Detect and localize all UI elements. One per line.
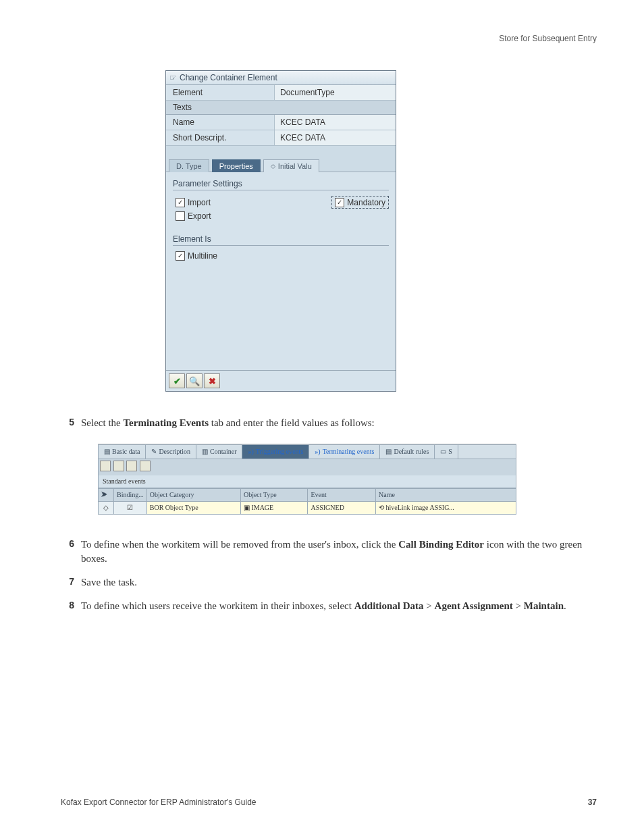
window-icon: ☞ xyxy=(169,73,177,82)
parameter-settings-group: Parameter Settings xyxy=(173,179,389,190)
edit-icon: ✎ xyxy=(151,447,157,457)
element-label: Element xyxy=(166,85,274,100)
col-object-category: Object Category xyxy=(146,489,240,502)
col-activate: ⮞ xyxy=(99,489,114,502)
event-icon: ») xyxy=(315,447,320,457)
tab-basic-data[interactable]: ▤Basic data xyxy=(99,445,146,459)
rules-icon: ▤ xyxy=(385,447,392,457)
dialog-tabstrip: D. Type Properties ◇ Initial Valu xyxy=(166,146,396,172)
task-tabstrip: ▤Basic data ✎Description ▥Container »)Tr… xyxy=(98,444,516,459)
step-text: > xyxy=(513,600,524,611)
instruction-steps: 5 Select the Terminating Events tab and … xyxy=(61,416,597,613)
step-text: . xyxy=(564,600,566,611)
mandatory-checkbox[interactable]: ✓Mandatory xyxy=(335,198,385,207)
tab-dtype[interactable]: D. Type xyxy=(169,159,209,172)
toolbar-button[interactable] xyxy=(113,461,124,471)
cell-object-category[interactable]: BOR Object Type xyxy=(146,502,240,515)
doc-icon: ▣ xyxy=(244,504,250,511)
toolbar-button[interactable] xyxy=(126,461,137,471)
cancel-button[interactable]: ✖ xyxy=(204,373,220,388)
texts-group-label: Texts xyxy=(166,101,396,115)
tab-properties[interactable]: Properties xyxy=(212,159,261,172)
event-icon: ») xyxy=(248,447,253,457)
step-bold: Agent Assignment xyxy=(435,600,513,611)
short-descript-value[interactable]: KCEC DATA xyxy=(274,130,396,145)
step-8: 8 To define which users receive the work… xyxy=(61,599,597,613)
step-text: To define which users receive the workit… xyxy=(81,600,354,611)
multiline-checkbox[interactable]: ✓Multiline xyxy=(176,251,217,261)
import-label: Import xyxy=(188,198,211,207)
element-value: DocumentType xyxy=(274,85,396,100)
search-button[interactable]: 🔍 xyxy=(186,373,203,388)
name-value[interactable]: KCEC DATA xyxy=(274,115,396,130)
form-icon: ▤ xyxy=(104,447,110,457)
terminating-events-screenshot: ▤Basic data ✎Description ▥Container »)Tr… xyxy=(98,437,516,515)
step-bold: Terminating Events xyxy=(123,417,209,428)
dialog-titlebar: ☞ Change Container Element xyxy=(166,71,396,85)
tab-default-rules[interactable]: ▤Default rules xyxy=(380,445,435,459)
change-container-element-dialog: ☞ Change Container Element Element Docum… xyxy=(165,70,396,392)
step-6: 6 To define when the workitem will be re… xyxy=(61,538,597,566)
step-text: Select the xyxy=(81,417,123,428)
toolbar-button[interactable] xyxy=(140,461,151,471)
toolbar-button[interactable] xyxy=(100,461,111,471)
more-icon: ▭ xyxy=(440,447,446,457)
step-number: 7 xyxy=(61,575,74,590)
tab-container[interactable]: ▥Container xyxy=(196,445,242,459)
multiline-label: Multiline xyxy=(188,251,217,261)
container-icon: ▥ xyxy=(202,447,208,457)
step-text: tab and enter the field values as follow… xyxy=(209,417,375,428)
col-binding: Binding... xyxy=(114,489,147,502)
tab-triggering-events[interactable]: »)Triggering events xyxy=(242,445,309,459)
footer-title: Kofax Export Connector for ERP Administr… xyxy=(61,798,257,807)
tab-initial-value[interactable]: ◇ Initial Valu xyxy=(263,159,319,172)
step-text: To define when the workitem will be remo… xyxy=(81,539,398,550)
import-checkbox[interactable]: ✓Import xyxy=(176,198,211,207)
cell-object-type[interactable]: ▣ IMAGE xyxy=(240,502,308,515)
check-icon: ✔ xyxy=(173,376,181,386)
step-text: Save the task. xyxy=(81,575,597,590)
standard-events-label: Standard events xyxy=(98,475,516,488)
name-label: Name xyxy=(166,115,274,130)
element-is-group: Element Is xyxy=(173,234,389,246)
page-footer: Kofax Export Connector for ERP Administr… xyxy=(61,798,597,807)
magnifier-icon: 🔍 xyxy=(189,376,200,386)
tab-initial-label: Initial Valu xyxy=(278,162,312,170)
page-section-title: Store for Subsequent Entry xyxy=(61,34,597,43)
close-icon: ✖ xyxy=(209,376,216,386)
dialog-title: Change Container Element xyxy=(180,73,277,82)
step-bold: Maintain xyxy=(524,600,564,611)
dialog-button-bar: ✔ 🔍 ✖ xyxy=(166,370,396,391)
cell-binding[interactable]: ☑ xyxy=(114,502,147,515)
events-toolbar xyxy=(98,459,516,475)
link-icon: ⟲ xyxy=(379,504,384,511)
col-event: Event xyxy=(308,489,376,502)
page-number: 37 xyxy=(588,798,597,807)
export-label: Export xyxy=(188,211,211,221)
tab-description[interactable]: ✎Description xyxy=(146,445,196,459)
tab-more[interactable]: ▭S xyxy=(435,445,458,459)
cell-event[interactable]: ASSIGNED xyxy=(308,502,376,515)
col-name: Name xyxy=(375,489,516,502)
step-7: 7 Save the task. xyxy=(61,575,597,590)
step-5: 5 Select the Terminating Events tab and … xyxy=(61,416,597,528)
diamond-icon: ◇ xyxy=(271,163,275,170)
export-checkbox[interactable]: Export xyxy=(176,211,211,221)
step-number: 6 xyxy=(61,538,74,566)
step-bold: Additional Data xyxy=(354,600,424,611)
cell-activate[interactable]: ◇ xyxy=(99,502,114,515)
short-descript-label: Short Descript. xyxy=(166,130,274,145)
ok-button[interactable]: ✔ xyxy=(169,373,185,388)
col-object-type: Object Type xyxy=(240,489,308,502)
step-bold: Call Binding Editor xyxy=(398,539,484,550)
step-number: 8 xyxy=(61,599,74,613)
step-number: 5 xyxy=(61,416,74,528)
step-text: > xyxy=(424,600,435,611)
cell-name[interactable]: ⟲ hiveLink image ASSIG... xyxy=(375,502,516,515)
table-row[interactable]: ◇ ☑ BOR Object Type ▣ IMAGE ASSIGNED ⟲ h… xyxy=(99,502,516,515)
mandatory-label: Mandatory xyxy=(347,198,385,207)
events-table: ⮞ Binding... Object Category Object Type… xyxy=(98,488,516,515)
tab-terminating-events[interactable]: »)Terminating events xyxy=(309,445,380,459)
